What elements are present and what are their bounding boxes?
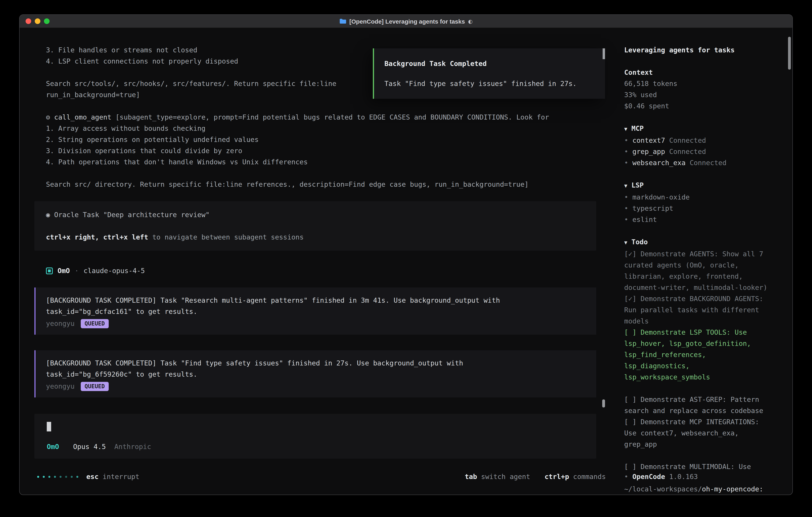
bullet-icon: • (624, 216, 628, 223)
oracle-task-title: ◉ Oracle Task "Deep architecture review" (46, 209, 588, 220)
window-content: 3. File handles or streams not closed 4.… (20, 28, 792, 495)
close-button[interactable] (26, 19, 31, 24)
workspace-path: ~/local-workspaces/oh-my-opencode: (624, 483, 775, 495)
agent-header: OmO · claude-opus-4-5 (46, 265, 596, 276)
message-author: yeongyu (46, 381, 75, 392)
tool-name: call_omo_agent (54, 113, 112, 121)
message-meta: yeongyu QUEUED (46, 318, 588, 329)
progress-dots (37, 475, 78, 478)
mcp-item: • websearch_exa Connected (624, 157, 775, 168)
esc-key-label: interrupt (103, 471, 139, 482)
message-line: [BACKGROUND TASK COMPLETED] Task "Find t… (46, 357, 588, 369)
session-title: Leveraging agents for tasks (624, 45, 775, 56)
prompt-input[interactable]: OmO Opus 4.5 Anthropic (34, 414, 596, 459)
todo-item: [ ] Demonstrate MCP INTEGRATIONS: Use co… (624, 416, 775, 450)
gear-icon: ⚙ (46, 113, 50, 121)
bullet-icon: • (624, 204, 628, 212)
minimize-button[interactable] (35, 19, 40, 24)
todo-item: [ ] Demonstrate MULTIMODAL: Use (624, 461, 775, 472)
status-bar: esc interrupt tab switch agent ctrl+p co… (37, 471, 606, 482)
window-title: [OpenCode] Leveraging agents for tasks (349, 18, 465, 25)
window-titlebar[interactable]: [OpenCode] Leveraging agents for tasks ◐ (20, 15, 792, 28)
agent-name: OmO (58, 265, 70, 276)
message-line: [BACKGROUND TASK COMPLETED] Task "Resear… (46, 295, 588, 306)
bullet-icon: • (624, 193, 628, 201)
collapse-triangle-icon: ▼ (624, 183, 628, 189)
app-version: • OpenCode 1.0.163 (624, 471, 698, 482)
separator-dot: · (75, 265, 79, 276)
context-header: Context (624, 67, 775, 78)
lsp-item: • typescript (624, 203, 775, 214)
mcp-item: • grep_app Connected (624, 146, 775, 157)
notification-title: Background Task Completed (384, 58, 594, 69)
transcript-scrollbar[interactable] (602, 400, 605, 407)
transcript-line: 1. Array access without bounds checking (34, 123, 596, 134)
activity-icon: ◐ (468, 18, 473, 24)
todo-item: [✓] Demonstrate AGENTS: Show all 7 curat… (624, 248, 775, 293)
context-used: 33% used (624, 89, 775, 100)
workspace-branch: master (624, 495, 775, 495)
sidebar-scrollbar[interactable] (788, 37, 791, 70)
message-author: yeongyu (46, 318, 75, 329)
current-agent: OmO (47, 443, 59, 451)
bullet-icon: • (624, 159, 628, 167)
oracle-nav-hint: ctrl+x right, ctrl+x left to navigate be… (46, 232, 588, 243)
tool-call-line: ⚙ call_omo_agent [subagent_type=explore,… (34, 112, 596, 123)
context-spent: $0.46 spent (624, 100, 775, 112)
ctrlp-key-hint: ctrl+p (545, 471, 569, 482)
todo-section-header[interactable]: ▼ Todo (624, 236, 775, 248)
tool-args: [subagent_type=explore, prompt=Find pote… (115, 113, 549, 121)
lsp-item: • markdown-oxide (624, 192, 775, 203)
agent-model: claude-opus-4-5 (84, 265, 145, 276)
bullet-icon: • (624, 136, 628, 144)
agent-icon (46, 267, 53, 274)
transcript-line: 3. Division operations that could divide… (34, 145, 596, 156)
session-sidebar: Leveraging agents for tasks Context 66,5… (616, 28, 792, 495)
collapse-triangle-icon: ▼ (624, 240, 628, 245)
opencode-window: [OpenCode] Leveraging agents for tasks ◐… (19, 15, 793, 495)
lsp-item: • eslint (624, 214, 775, 225)
todo-item: [ ] Demonstrate AST-GREP: Pattern search… (624, 394, 775, 416)
tab-key-hint: tab (465, 471, 477, 482)
zoom-button[interactable] (44, 19, 50, 24)
transcript-line: Search src/ directory. Return specific f… (34, 179, 596, 190)
background-task-message: [BACKGROUND TASK COMPLETED] Task "Find t… (34, 350, 596, 398)
oracle-task-panel: ◉ Oracle Task "Deep architecture review"… (34, 201, 596, 251)
notification-body: Task "Find type safety issues" finished … (384, 78, 594, 89)
current-model: Opus 4.5 (73, 443, 106, 451)
status-bar-right: tab switch agent ctrl+p commands (465, 471, 606, 482)
desktop: [OpenCode] Leveraging agents for tasks ◐… (0, 0, 812, 517)
status-badge: QUEUED (81, 382, 109, 391)
notification-scrollbar[interactable] (603, 48, 605, 59)
traffic-lights (20, 19, 50, 24)
collapse-triangle-icon: ▼ (624, 126, 628, 132)
message-line: task_id="bg_6f59260c" to get results. (46, 369, 588, 380)
tab-key-label: switch agent (481, 471, 530, 482)
lsp-section-header[interactable]: ▼ LSP (624, 180, 775, 192)
current-provider: Anthropic (114, 443, 151, 451)
message-line: task_id="bg_dcfac161" to get results. (46, 306, 588, 317)
mcp-section-header[interactable]: ▼ MCP (624, 123, 775, 135)
bullet-icon: • (624, 472, 628, 481)
esc-key-hint: esc (86, 471, 98, 482)
background-task-message: [BACKGROUND TASK COMPLETED] Task "Resear… (34, 288, 596, 335)
bullet-icon: • (624, 147, 628, 156)
folder-icon (339, 19, 346, 24)
message-meta: yeongyu QUEUED (46, 381, 588, 392)
shortcut-keys: ctrl+x right, ctrl+x left (46, 233, 148, 241)
notification-toast[interactable]: Background Task Completed Task "Find typ… (373, 48, 605, 99)
chat-transcript: 3. File handles or streams not closed 4.… (20, 28, 616, 495)
ctrlp-key-label: commands (573, 471, 606, 482)
window-title-group: [OpenCode] Leveraging agents for tasks ◐ (339, 18, 472, 25)
todo-item: [✓] Demonstrate BACKGROUND AGENTS: Run p… (624, 293, 775, 327)
transcript-line: 4. Path operations that don't handle Win… (34, 156, 596, 167)
context-tokens: 66,518 tokens (624, 78, 775, 89)
mcp-item: • context7 Connected (624, 135, 775, 146)
text-cursor (47, 422, 51, 431)
status-badge: QUEUED (81, 319, 109, 328)
todo-item: [ ] Demonstrate LSP TOOLS: Use lsp_hover… (624, 327, 775, 383)
input-meta: OmO Opus 4.5 Anthropic (46, 441, 588, 452)
record-icon: ◉ (46, 211, 50, 219)
transcript-line: 2. String operations on potentially unde… (34, 134, 596, 145)
